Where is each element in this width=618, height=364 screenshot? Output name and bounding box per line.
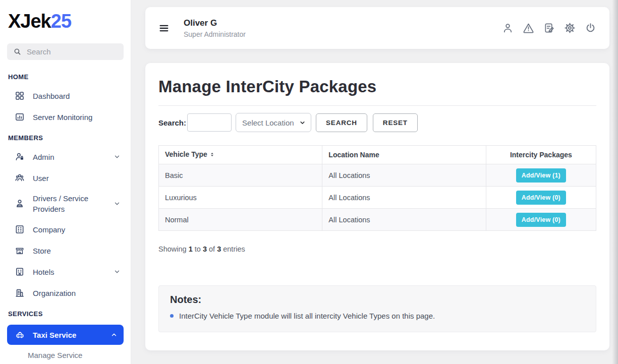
- profile-icon[interactable]: [501, 22, 514, 34]
- chevron-up-icon: [110, 331, 118, 338]
- chevron-down-icon: [114, 200, 121, 207]
- vehicle-type-cell: Basic: [159, 164, 322, 187]
- vehicle-type-cell: Luxurious: [159, 187, 322, 209]
- chevron-down-icon: [299, 119, 306, 126]
- table-row: Normal All Locations Add/View (0): [159, 209, 596, 231]
- sidebar-item-company[interactable]: Company: [7, 219, 124, 240]
- vehicle-type-cell: Normal: [159, 209, 322, 231]
- sidebar-item-store[interactable]: Store: [7, 240, 124, 261]
- logout-icon[interactable]: [584, 22, 596, 34]
- organization-icon: [14, 287, 25, 298]
- sidebar: XJek25 Search HOME Dashboard Server Moni…: [0, 0, 131, 364]
- notes-title: Notes:: [170, 294, 585, 306]
- alerts-icon[interactable]: [522, 22, 534, 34]
- main-panel: Manage InterCity Packages Search: Select…: [145, 63, 609, 350]
- table-row: Basic All Locations Add/View (1): [159, 164, 596, 187]
- reset-button[interactable]: RESET: [373, 113, 418, 132]
- table-row: Luxurious All Locations Add/View (0): [159, 187, 596, 209]
- location-cell: All Locations: [322, 187, 486, 209]
- location-cell: All Locations: [322, 164, 486, 187]
- sidebar-item-dashboard[interactable]: Dashboard: [7, 85, 124, 106]
- search-icon: [13, 47, 22, 56]
- sidebar-item-hotels[interactable]: Hotels: [7, 261, 124, 282]
- column-header-vehicle-type[interactable]: Vehicle Type: [159, 146, 322, 164]
- sidebar-item-drivers-service-providers[interactable]: Drivers / Service Providers: [7, 189, 124, 219]
- app-logo: XJek25: [8, 11, 124, 31]
- column-header-intercity-packages: Intercity Packages: [486, 146, 596, 164]
- location-cell: All Locations: [322, 209, 486, 231]
- add-view-button[interactable]: Add/View (0): [516, 191, 566, 205]
- bullet-icon: [170, 314, 174, 318]
- hotels-icon: [14, 266, 25, 277]
- column-header-location-name: Location Name: [322, 146, 486, 164]
- search-placeholder: Search: [27, 47, 51, 56]
- top-header: Oliver G Super Administrator: [145, 7, 609, 49]
- title-divider: [158, 105, 596, 106]
- packages-table: Vehicle Type Location Name Intercity Pac…: [158, 145, 596, 231]
- admin-icon: [14, 151, 25, 162]
- sidebar-item-taxi-service[interactable]: Taxi Service: [7, 325, 124, 345]
- location-select[interactable]: Select Location: [236, 113, 311, 132]
- sidebar-item-user[interactable]: User: [7, 167, 124, 189]
- user-name: Oliver G: [184, 18, 246, 28]
- section-label-services: SERVICES: [8, 310, 124, 318]
- sidebar-item-server-monitoring[interactable]: Server Monitoring: [7, 106, 124, 128]
- filter-row: Search: Select Location SEARCH RESET: [158, 113, 596, 132]
- sidebar-subitem-manage-service[interactable]: Manage Service: [7, 351, 124, 359]
- dashboard-icon: [14, 90, 25, 101]
- user-role: Super Administrator: [184, 30, 246, 38]
- header-icons: [501, 22, 596, 34]
- page-title: Manage InterCity Packages: [158, 76, 596, 97]
- logo-text: XJek: [8, 11, 51, 32]
- table-header-row: Vehicle Type Location Name Intercity Pac…: [159, 146, 596, 164]
- user-block: Oliver G Super Administrator: [184, 18, 246, 38]
- chevron-down-icon: [114, 153, 121, 160]
- section-label-home: HOME: [8, 73, 124, 81]
- menu-icon[interactable]: [158, 23, 170, 34]
- chevron-down-icon: [114, 268, 121, 275]
- add-view-button[interactable]: Add/View (1): [516, 168, 566, 183]
- scroll-shade: [612, 0, 618, 364]
- search-input[interactable]: [187, 113, 232, 132]
- sort-icon: [209, 151, 215, 159]
- sidebar-item-organization[interactable]: Organization: [7, 282, 124, 304]
- note-text: InterCity Vehicle Type module will list …: [179, 312, 435, 321]
- company-icon: [14, 224, 25, 235]
- notes-panel: Notes: InterCity Vehicle Type module wil…: [158, 285, 596, 332]
- store-icon: [14, 245, 25, 256]
- user-icon: [14, 172, 25, 184]
- reports-icon[interactable]: [543, 22, 555, 34]
- taxi-icon: [14, 329, 25, 340]
- location-select-value: Select Location: [242, 118, 294, 127]
- server-monitoring-icon: [14, 111, 25, 123]
- add-view-button[interactable]: Add/View (0): [516, 213, 566, 227]
- sidebar-search-input[interactable]: Search: [7, 43, 124, 60]
- search-button[interactable]: SEARCH: [316, 113, 367, 132]
- settings-icon[interactable]: [564, 22, 576, 34]
- section-label-members: MEMBERS: [8, 134, 124, 142]
- search-label: Search:: [158, 118, 186, 127]
- drivers-icon: [14, 198, 25, 209]
- entries-summary: Showing 1 to 3 of 3 entries: [158, 245, 596, 253]
- content-area: Oliver G Super Administrator Manage Inte…: [131, 0, 618, 364]
- logo-accent-text: 25: [51, 11, 71, 32]
- sidebar-item-admin[interactable]: Admin: [7, 146, 124, 167]
- note-item: InterCity Vehicle Type module will list …: [170, 312, 585, 321]
